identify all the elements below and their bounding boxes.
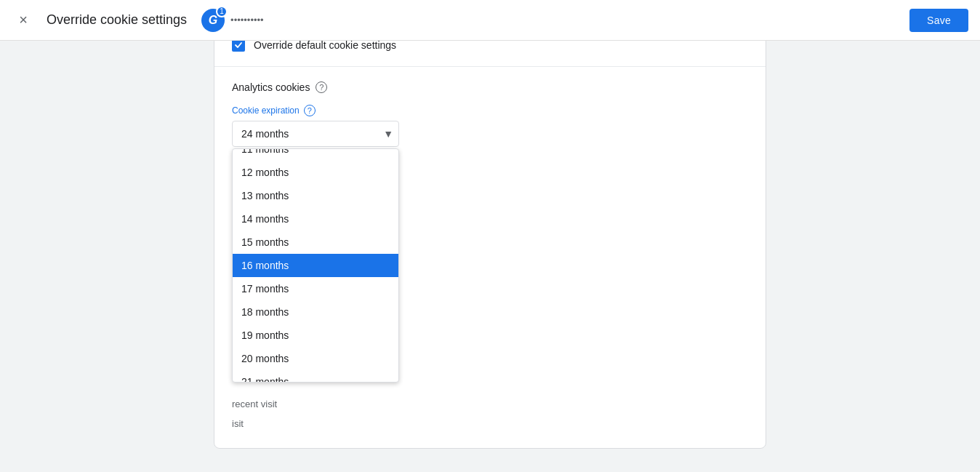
list-item[interactable]: 11 months (233, 149, 398, 161)
account-badge: 1 (216, 6, 228, 17)
header: × Override cookie settings G 1 •••••••••… (0, 0, 980, 41)
override-checkbox[interactable] (232, 41, 245, 52)
analytics-section: Analytics cookies ? Cookie expiration ? … (214, 67, 766, 161)
account-info: G 1 •••••••••• (201, 9, 264, 32)
selected-value-text: 24 months (241, 128, 289, 140)
content-wrapper: Google tags use first-party cookies for … (214, 41, 766, 449)
override-checkbox-label: Override default cookie settings (254, 41, 396, 51)
expiration-select[interactable]: 24 months (232, 121, 399, 147)
page-title: Override cookie settings (47, 12, 187, 28)
list-item[interactable]: 17 months (233, 277, 398, 300)
expiration-help-icon[interactable]: ? (304, 105, 316, 116)
close-icon: × (19, 12, 28, 28)
list-item[interactable]: 16 months (233, 254, 398, 277)
list-item[interactable]: 20 months (233, 347, 398, 370)
expiration-select-container: 24 months ▼ 0 (expires when browser sess… (232, 121, 399, 147)
analytics-title: Analytics cookies ? (232, 81, 748, 93)
override-section: Override default cookie settings (214, 41, 766, 67)
bg-row-1: recent visit (232, 394, 748, 414)
bg-row-2: isit (232, 414, 748, 433)
main-content: Google tags use first-party cookies for … (0, 41, 980, 472)
list-item[interactable]: 12 months (233, 161, 398, 184)
expiration-label: Cookie expiration ? (232, 105, 748, 116)
list-item[interactable]: 18 months (233, 300, 398, 324)
analytics-help-icon[interactable]: ? (316, 81, 327, 93)
dropdown-list: 0 (expires when browser session ends)1 h… (232, 148, 399, 383)
close-button[interactable]: × (12, 9, 35, 32)
list-item[interactable]: 21 months (233, 370, 398, 382)
settings-card: Configuration Override default cookie se… (214, 41, 766, 449)
dropdown-scroll-area[interactable]: 0 (expires when browser session ends)1 h… (233, 149, 398, 382)
list-item[interactable]: 15 months (233, 231, 398, 254)
save-button[interactable]: Save (909, 9, 968, 32)
list-item[interactable]: 19 months (233, 324, 398, 347)
list-item[interactable]: 14 months (233, 207, 398, 231)
account-name: •••••••••• (230, 15, 264, 25)
list-item[interactable]: 13 months (233, 184, 398, 207)
checkbox-row: Override default cookie settings (232, 41, 748, 52)
